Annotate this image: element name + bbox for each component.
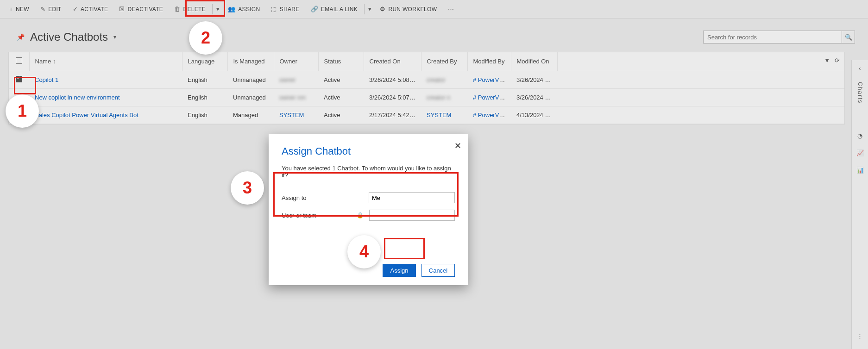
run-workflow-label: RUN WORKFLOW	[388, 6, 437, 12]
line-chart-icon[interactable]: 📈	[856, 150, 864, 156]
row-owner[interactable]: owner nm	[279, 94, 306, 101]
more-charts-icon[interactable]: ⋮	[857, 333, 863, 340]
overflow-button[interactable]: ⋯	[442, 0, 459, 19]
row-modified-by[interactable]: # PowerVirtu...	[473, 112, 511, 118]
row-is-managed: Managed	[227, 106, 274, 124]
row-checkbox[interactable]	[16, 76, 22, 82]
cancel-button[interactable]: Cancel	[421, 264, 455, 277]
dialog-footer: Assign Cancel	[282, 256, 455, 277]
row-modified-by[interactable]: # PowerVirtu...	[473, 76, 511, 83]
search-wrap: 🔍	[703, 31, 855, 44]
row-language: English	[182, 106, 227, 124]
workflow-icon: ⚙	[380, 6, 385, 12]
col-language[interactable]: Language	[182, 52, 227, 71]
pencil-icon: ✎	[40, 6, 45, 12]
row-status: Active	[318, 106, 364, 124]
dialog-subtitle: You have selected 1 Chatbot. To whom wou…	[282, 165, 455, 179]
row-created-by[interactable]: SYSTEM	[427, 112, 451, 118]
row-modified-on: 3/26/2024 5:...	[511, 88, 557, 106]
grid-table: Name ↑ Language Is Managed Owner Status …	[9, 52, 844, 124]
trash-icon: 🗑	[174, 6, 180, 12]
assign-icon: 👥	[228, 6, 235, 12]
col-is-managed[interactable]: Is Managed	[227, 52, 274, 71]
annotation-circle-3: 3	[231, 171, 264, 205]
deactivate-icon: ☒	[119, 6, 125, 12]
row-checkbox[interactable]	[16, 93, 22, 100]
share-button[interactable]: ⬚ SHARE	[265, 0, 305, 19]
row-modified-on: 4/13/2024 11:...	[511, 106, 557, 124]
deactivate-button[interactable]: ☒ DEACTIVATE	[113, 0, 169, 19]
pie-chart-icon[interactable]: ◔	[857, 132, 862, 139]
share-icon: ⬚	[271, 6, 277, 12]
charts-rail: ‹ Charts ◔ 📈 📊 ⋮	[851, 60, 868, 349]
col-status[interactable]: Status	[318, 52, 364, 71]
row-status: Active	[318, 71, 364, 88]
close-icon[interactable]: ✕	[454, 141, 461, 151]
row-name-link[interactable]: Copilot 1	[35, 76, 58, 83]
bar-chart-icon[interactable]: 📊	[856, 167, 864, 174]
check-icon: ✓	[73, 6, 78, 12]
row-created-on: 3/26/2024 5:07 AM	[364, 88, 421, 106]
col-modified-on[interactable]: Modified On	[511, 52, 557, 71]
view-title-wrap[interactable]: 📌 Active Chatbots ▾	[17, 31, 116, 44]
assign-confirm-button[interactable]: Assign	[383, 264, 416, 277]
refresh-icon[interactable]: ⟳	[835, 57, 840, 64]
new-label: NEW	[16, 6, 29, 12]
search-icon: 🔍	[845, 34, 852, 41]
search-input[interactable]	[703, 31, 842, 44]
email-dropdown-icon[interactable]: ▾	[365, 6, 374, 12]
edit-button[interactable]: ✎ EDIT	[35, 0, 67, 19]
table-row[interactable]: Copilot 1 English Unmanaged owner Active…	[9, 71, 844, 88]
search-button[interactable]: 🔍	[842, 31, 855, 44]
row-language: English	[182, 71, 227, 88]
chevron-left-icon[interactable]: ‹	[859, 65, 861, 72]
row-checkbox[interactable]	[16, 111, 22, 118]
assign-to-input[interactable]	[369, 192, 455, 203]
assign-button[interactable]: 👥 ASSIGN	[222, 0, 265, 19]
table-row[interactable]: New copilot in new environment English U…	[9, 88, 844, 106]
command-bar: + NEW ✎ EDIT ✓ ACTIVATE ☒ DEACTIVATE 🗑 D…	[0, 0, 868, 19]
user-team-input[interactable]	[369, 210, 455, 221]
row-created-by[interactable]: creator n	[427, 94, 450, 101]
delete-button[interactable]: 🗑 DELETE	[169, 0, 211, 19]
delete-dropdown-icon[interactable]: ▾	[214, 6, 222, 12]
email-link-button[interactable]: 🔗 EMAIL A LINK	[305, 0, 364, 19]
activate-label: ACTIVATE	[81, 6, 108, 12]
row-modified-by[interactable]: # PowerVirtu...	[473, 94, 511, 101]
lock-icon: 🔒	[357, 212, 364, 218]
row-is-managed: Unmanaged	[227, 71, 274, 88]
row-owner[interactable]: owner	[279, 76, 296, 83]
select-all-header[interactable]	[9, 52, 29, 71]
row-created-by[interactable]: creator	[427, 76, 445, 83]
row-created-on: 3/26/2024 5:08 AM	[364, 71, 421, 88]
table-row[interactable]: Sales Copilot Power Virtual Agents Bot E…	[9, 106, 844, 124]
new-button[interactable]: + NEW	[4, 0, 35, 19]
charts-label[interactable]: Charts	[857, 82, 863, 104]
link-icon: 🔗	[311, 6, 318, 12]
dialog-form: Assign to User or team 🔒	[282, 189, 455, 224]
assign-dialog: Assign Chatbot ✕ You have selected 1 Cha…	[269, 134, 468, 285]
run-workflow-button[interactable]: ⚙ RUN WORKFLOW	[374, 0, 442, 19]
deactivate-label: DEACTIVATE	[128, 6, 164, 12]
row-name-link[interactable]: Sales Copilot Power Virtual Agents Bot	[35, 112, 138, 118]
row-name-link[interactable]: New copilot in new environment	[35, 94, 120, 101]
user-team-label: User or team	[282, 212, 351, 219]
col-owner[interactable]: Owner	[274, 52, 318, 71]
more-icon: ⋯	[448, 6, 454, 12]
activate-button[interactable]: ✓ ACTIVATE	[67, 0, 114, 19]
col-name[interactable]: Name ↑	[29, 52, 182, 71]
separator	[364, 4, 365, 14]
pin-icon: 📌	[17, 33, 25, 41]
filter-icon[interactable]: ▼	[824, 57, 830, 64]
row-owner[interactable]: SYSTEM	[279, 112, 304, 118]
share-label: SHARE	[280, 6, 300, 12]
dialog-title: Assign Chatbot	[282, 145, 455, 157]
col-created-on[interactable]: Created On	[364, 52, 421, 71]
view-title: Active Chatbots	[30, 31, 108, 44]
sort-asc-icon: ↑	[53, 58, 56, 65]
assign-label: ASSIGN	[238, 6, 260, 12]
col-modified-by[interactable]: Modified By	[467, 52, 511, 71]
delete-label: DELETE	[183, 6, 205, 12]
assign-to-label: Assign to	[282, 194, 351, 201]
col-created-by[interactable]: Created By	[421, 52, 467, 71]
